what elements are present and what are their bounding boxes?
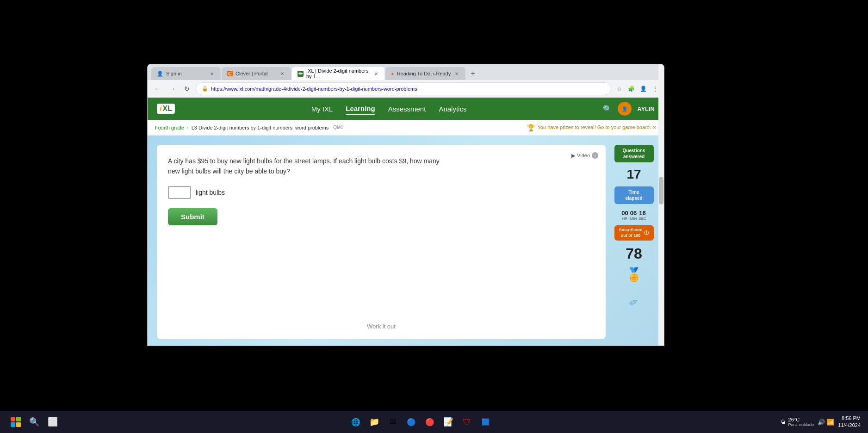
video-label: Video [577,153,590,158]
smart-score-box: SmartScore out of 100 ⓘ [614,225,654,241]
scrollbar[interactable] [658,64,664,346]
network-icon[interactable]: 📶 [827,419,834,426]
tab-favicon-clever: C [227,71,233,76]
bookmark-icon[interactable]: ☆ [614,84,624,94]
taskbar-chrome[interactable]: 🔴 [422,414,438,430]
search-icon[interactable]: 🔍 [603,105,612,113]
weather-icon: 🌤 [781,419,786,425]
weather-info: 26°C Parc. nublado [788,417,814,427]
weather-widget: 🌤 26°C Parc. nublado [781,417,814,427]
address-bar: ← → ↻ 🔒 https://www.ixl.com/math/grade-4… [148,80,664,98]
weather-temp: 26°C [788,417,814,422]
prize-banner[interactable]: 🏆 You have prizes to reveal! Go to your … [527,124,657,131]
taskbar-task-view[interactable]: ⬜ [44,414,61,430]
timer-sec: 16 [639,210,646,216]
taskbar-red-app[interactable]: 🛡 [459,414,475,430]
pencil-icon: ✏ [626,295,641,310]
taskbar-clock[interactable]: 8:56 PM 11/4/2024 [838,415,861,429]
timer-display: 00 HR 06 MIN 16 SEC [621,210,646,221]
browser-window: 👤 Sign in ✕ C Clever | Portal ✕ ✏ IXL | … [147,64,664,346]
tab-close-ixl[interactable]: ✕ [373,70,379,77]
right-panel: Questions answered 17 Time elapsed 00 HR… [613,145,655,339]
trophy-icon: 🏅 [626,267,642,282]
tab-close-iready[interactable]: ✕ [453,70,460,77]
back-button[interactable]: ← [151,83,163,95]
forward-button[interactable]: → [166,83,178,95]
breadcrumb-code: QM1 [333,125,343,130]
smart-score-number: 78 [626,245,642,262]
new-tab-button[interactable]: + [466,67,479,80]
tab-label-signin: Sign in [166,71,182,76]
nav-assessment[interactable]: Assessment [388,103,426,115]
lock-icon: 🔒 [202,86,208,92]
timer-min-unit: 06 MIN [630,210,637,221]
submit-button[interactable]: Submit [168,208,217,225]
work-it-out[interactable]: Work it out [367,323,396,330]
url-bar[interactable]: 🔒 https://www.ixl.com/math/grade-4/divid… [196,82,611,95]
clock-date: 11/4/2024 [838,422,861,429]
header-right: 🔍 👤 AYLIN [603,102,655,116]
min-label: MIN [630,216,637,221]
video-link[interactable]: ▶ Video i [571,152,598,159]
tab-favicon-iready: ● [391,71,394,76]
breadcrumb-sep: › [187,125,189,130]
tab-label-clever: Clever | Portal [236,71,268,76]
sec-label: SEC [639,216,646,221]
question-text: A city has $95 to buy new light bulbs fo… [168,156,446,177]
nav-analytics[interactable]: Analytics [439,103,466,115]
taskbar-blue-app[interactable]: 🟦 [477,414,494,430]
scrollbar-thumb[interactable] [659,177,663,204]
profile-icon[interactable]: 👤 [638,84,648,94]
taskbar-explorer[interactable]: 📁 [366,414,383,430]
video-info-icon: i [592,152,598,159]
avatar[interactable]: 👤 [618,102,632,116]
tab-bar: 👤 Sign in ✕ C Clever | Portal ✕ ✏ IXL | … [148,64,664,80]
username[interactable]: AYLIN [637,105,655,112]
url-text: https://www.ixl.com/math/grade-4/divide-… [211,86,605,92]
question-card: ▶ Video i A city has $95 to buy new ligh… [157,145,606,339]
taskbar-notes[interactable]: 📝 [440,414,457,430]
nav-learning[interactable]: Learning [346,103,375,115]
questions-count: 17 [626,167,641,182]
tab-label-iready: Reading To Do, i-Ready [397,71,451,76]
questions-answered-label: Questions answered [623,148,645,159]
answer-row: light bulbs [168,186,595,199]
tab-iready[interactable]: ● Reading To Do, i-Ready ✕ [385,67,465,80]
taskbar-mail[interactable]: ✉ [384,414,401,430]
tab-label-ixl: IXL | Divide 2-digit numbers by 1... [306,68,371,79]
timer-hr-unit: 00 HR [621,210,628,221]
prize-text: You have prizes to reveal! Go to your ga… [538,124,657,130]
video-icon: ▶ [571,153,575,159]
pencil-container: ✏ [629,296,639,309]
taskbar-center: 🌐 📁 ✉ 🔵 🔴 📝 🛡 🟦 [63,414,779,430]
breadcrumb-grade[interactable]: Fourth grade [155,125,184,130]
extension-icon[interactable]: 🧩 [626,84,636,94]
ixl-nav: My IXL Learning Assessment Analytics [189,103,589,115]
tab-signin[interactable]: 👤 Sign in ✕ [151,67,221,80]
tab-ixl[interactable]: ✏ IXL | Divide 2-digit numbers by 1... ✕ [292,67,384,80]
clock-time: 8:56 PM [838,415,861,422]
avatar-icon: 👤 [622,106,627,111]
timer-min: 06 [630,210,637,216]
nav-myixl[interactable]: My IXL [311,103,333,115]
tab-favicon-ixl: ✏ [298,71,304,77]
smart-score-label: SmartScore out of 100 [619,228,643,238]
answer-input[interactable] [168,186,191,199]
taskbar-sys-icons: 🔊 📶 [818,419,834,426]
volume-icon[interactable]: 🔊 [818,419,825,426]
main-content: ▶ Video i A city has $95 to buy new ligh… [148,136,664,346]
taskbar-edge[interactable]: 🌐 [347,414,364,430]
tab-close-clever[interactable]: ✕ [279,70,285,77]
tab-close-signin[interactable]: ✕ [209,70,215,77]
ixl-logo[interactable]: i XL [157,104,175,114]
ixl-header: i XL My IXL Learning Assessment Analytic… [148,98,664,120]
tab-clever[interactable]: C Clever | Portal ✕ [222,67,291,80]
taskbar-edge2[interactable]: 🔵 [403,414,420,430]
taskbar-right: 🌤 26°C Parc. nublado 🔊 📶 8:56 PM 11/4/20… [781,415,861,429]
reload-button[interactable]: ↻ [181,83,193,95]
smart-score-info-icon[interactable]: ⓘ [644,230,649,236]
taskbar-search[interactable]: 🔍 [26,414,43,430]
time-elapsed-box: Time elapsed [614,186,654,204]
answer-label: light bulbs [196,189,225,196]
start-button[interactable] [7,414,24,430]
